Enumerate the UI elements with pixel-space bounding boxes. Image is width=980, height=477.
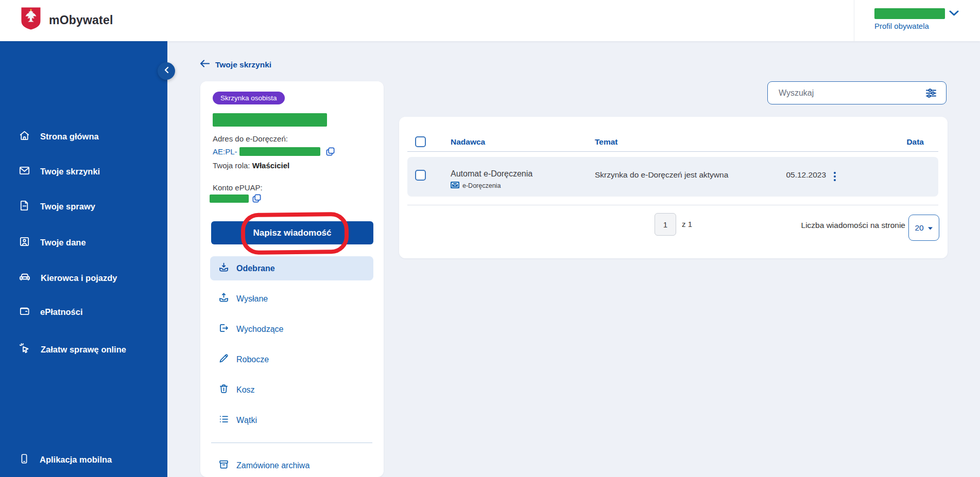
profile-link[interactable]: Profil obywatela [874, 22, 929, 30]
role-line: Twoja rola: Właściciel [213, 161, 289, 170]
redacted-address-bar [239, 147, 320, 156]
per-page-select[interactable]: 20 [908, 215, 939, 241]
epuap-label: Konto ePUAP: [213, 183, 263, 192]
message-sender: Automat e-Doręczenia [451, 169, 532, 179]
mobywatel-app: mObywatel Profil obywatela Strona główna… [0, 0, 980, 477]
folder-watki[interactable]: Wątki [210, 408, 373, 432]
mailbox-panel: Skrzynka osobista Adres do e-Doręczeń: A… [200, 81, 384, 477]
filter-button[interactable] [922, 86, 946, 100]
redacted-owner-name-bar [213, 113, 327, 127]
folder-odebrane[interactable]: Odebrane [210, 256, 373, 280]
message-date: 05.12.2023 [786, 170, 826, 180]
envelope-badge-icon [451, 182, 459, 190]
trash-icon [218, 383, 229, 396]
copy-address-button[interactable] [325, 147, 335, 156]
role-value: Właściciel [252, 161, 290, 170]
arrow-left-icon [200, 60, 210, 69]
folder-wychodzace[interactable]: Wychodzące [210, 317, 373, 341]
phone-icon [19, 453, 30, 467]
sidebar-collapse-button[interactable] [158, 62, 175, 80]
sidebar-nav: Strona główna Twoje skrzynki Twoje spraw… [0, 41, 167, 477]
header-divider [854, 0, 854, 41]
pencil-icon [218, 353, 229, 366]
folder-robocze[interactable]: Robocze [210, 347, 373, 372]
threads-list-icon [218, 414, 229, 427]
row-kebab-menu-icon[interactable] [832, 170, 838, 183]
folder-wyslane[interactable]: Wysłane [210, 287, 373, 311]
select-all-checkbox[interactable] [415, 136, 426, 147]
compose-message-button[interactable]: Napisz wiadomość [211, 221, 373, 244]
folder-list: Odebrane Wysłane Wychodzące Robocze Kosz… [210, 256, 373, 477]
filter-sliders-icon [924, 94, 938, 101]
id-card-icon [19, 236, 30, 250]
cursor-click-icon [19, 342, 31, 357]
sidebar-item-aplikacja-mobilna[interactable]: Aplikacja mobilna [19, 453, 112, 467]
search-box [767, 81, 947, 104]
app-title: mObywatel [49, 13, 113, 27]
sidebar-item-zalatw-sprawe-online[interactable]: Załatw sprawę online [19, 342, 126, 357]
mailbox-type-badge: Skrzynka osobista [213, 92, 285, 104]
sidebar-item-twoje-skrzynki[interactable]: Twoje skrzynki [19, 165, 100, 179]
column-header-temat[interactable]: Temat [595, 137, 618, 147]
chevron-left-icon [164, 66, 169, 76]
polish-eagle-logo-icon [21, 7, 41, 30]
message-row[interactable]: Automat e-Doręczenia e-Doręczenia Skrzyn… [407, 157, 938, 197]
archive-icon [218, 459, 229, 472]
search-input[interactable] [768, 89, 922, 98]
inbox-icon [218, 262, 229, 275]
top-header: mObywatel Profil obywatela [0, 0, 980, 41]
sidebar-item-twoje-sprawy[interactable]: Twoje sprawy [19, 200, 95, 214]
document-icon [19, 200, 30, 214]
car-icon [19, 271, 31, 285]
chevron-down-icon[interactable] [949, 10, 959, 19]
sidebar-item-twoje-dane[interactable]: Twoje dane [19, 236, 86, 250]
outgoing-icon [218, 323, 229, 335]
page-number-box[interactable]: 1 [655, 213, 676, 236]
copy-epuap-button[interactable] [252, 193, 262, 203]
sidebar-item-eplatnosci[interactable]: ePłatności [19, 305, 83, 319]
folder-divider [211, 443, 372, 443]
per-page-label: Liczba wiadomości na stronie [801, 221, 905, 230]
mail-icon [19, 165, 30, 179]
sent-icon [218, 292, 229, 305]
redacted-epuap-bar [210, 195, 249, 203]
copy-icon [252, 197, 262, 205]
column-header-nadawca[interactable]: Nadawca [451, 137, 485, 147]
column-header-data[interactable]: Data [906, 137, 924, 147]
row-checkbox[interactable] [415, 170, 426, 181]
pagination-divider [407, 205, 938, 205]
caret-down-icon [927, 223, 933, 233]
table-header-divider [407, 151, 938, 152]
back-link-twoje-skrzynki[interactable]: Twoje skrzynki [200, 60, 271, 69]
address-prefix: AE:PL- [213, 147, 237, 156]
page-of-label: z 1 [682, 220, 692, 228]
message-subject: Skrzynka do e-Doręczeń jest aktywna [595, 170, 728, 180]
sender-tag: e-Doręczenia [451, 182, 501, 190]
epuap-account [210, 193, 262, 203]
wallet-icon [19, 305, 30, 319]
folder-kosz[interactable]: Kosz [210, 378, 373, 402]
sidebar-item-kierowca-i-pojazdy[interactable]: Kierowca i pojazdy [19, 271, 117, 285]
edelivery-address: AE:PL- [213, 147, 335, 156]
sidebar-item-strona-glowna[interactable]: Strona główna [19, 130, 99, 144]
copy-icon [325, 150, 335, 158]
address-label: Adres do e-Doręczeń: [213, 134, 288, 143]
home-icon [19, 130, 30, 144]
redacted-user-name-bar [874, 8, 945, 19]
messages-card: Nadawca Temat Data Automat e-Doręczenia … [399, 117, 948, 258]
folder-zamowione-archiwa[interactable]: Zamówione archiwa [210, 453, 373, 477]
